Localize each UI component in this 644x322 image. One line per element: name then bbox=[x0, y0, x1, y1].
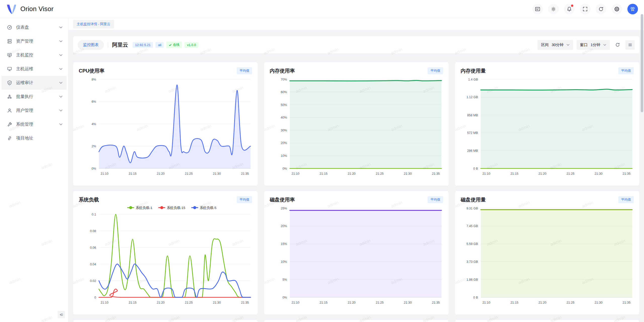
tab-monitor-charts[interactable]: 监控图表 bbox=[78, 40, 104, 50]
bell-icon bbox=[566, 6, 572, 12]
server-stack-icon bbox=[7, 39, 12, 44]
dashboard-gauge-icon bbox=[7, 25, 12, 30]
sidebar-item-label: 项目地址 bbox=[16, 135, 63, 141]
svg-text:9.31 GB: 9.31 GB bbox=[466, 207, 478, 210]
memory-usage-rate-chart[interactable]: 0%10%20%30%40%50%60%70%21:1021:1521:2021… bbox=[270, 75, 443, 177]
sidebar-item-label: 主机运维 bbox=[16, 66, 55, 72]
system-load-chart[interactable]: 00.020.040.060.080.121:1021:1521:2021:25… bbox=[79, 204, 252, 306]
chevron-down-icon bbox=[567, 44, 570, 46]
svg-text:21:35: 21:35 bbox=[241, 172, 249, 175]
svg-text:21:20: 21:20 bbox=[157, 172, 165, 175]
svg-text:21:10: 21:10 bbox=[101, 301, 108, 304]
sidebar-item-project-link[interactable]: 项目地址 bbox=[2, 131, 67, 145]
app-header: Orion Visor bbox=[0, 0, 644, 18]
svg-text:5%: 5% bbox=[283, 278, 287, 281]
fullscreen-button[interactable] bbox=[580, 4, 590, 14]
chart-title: 内存使用率 bbox=[270, 67, 295, 74]
host-status-badge: 在线 bbox=[166, 42, 182, 48]
gear-icon bbox=[614, 6, 620, 12]
svg-text:3.73 GB: 3.73 GB bbox=[466, 260, 478, 264]
system-load-card: 系统负载 平均值 00.020.040.060.080.121:1021:152… bbox=[73, 191, 258, 314]
monitor-icon bbox=[7, 66, 12, 72]
avatar[interactable]: 管 bbox=[627, 4, 638, 14]
svg-text:858 MB: 858 MB bbox=[467, 114, 478, 117]
card-stub bbox=[73, 320, 258, 322]
svg-text:1.12 GB: 1.12 GB bbox=[466, 95, 478, 99]
sidebar-item-host-monitor[interactable]: 主机监控 bbox=[2, 48, 67, 62]
memory-usage-rate-card: 内存使用率 平均值 0%10%20%30%40%50%60%70%21:1021… bbox=[264, 62, 449, 186]
svg-text:0.06: 0.06 bbox=[90, 246, 96, 249]
chart-title: CPU使用率 bbox=[79, 67, 104, 74]
avg-value-badge: 平均值 bbox=[237, 67, 252, 74]
theme-toggle-button[interactable] bbox=[548, 4, 559, 14]
svg-text:21:30: 21:30 bbox=[404, 172, 412, 175]
sidebar-item-ops-audit[interactable]: 运维审计 bbox=[2, 76, 67, 90]
charts-refresh-button[interactable] bbox=[613, 41, 622, 49]
svg-text:21:20: 21:20 bbox=[539, 172, 546, 175]
refresh-button[interactable] bbox=[596, 4, 606, 14]
svg-text:21:25: 21:25 bbox=[185, 301, 193, 304]
svg-text:5.59 GB: 5.59 GB bbox=[466, 242, 478, 246]
svg-text:系统负载-5: 系统负载-5 bbox=[200, 206, 216, 210]
breadcrumb: 主机监控详情 - 阿里云 bbox=[68, 18, 644, 30]
svg-text:20%: 20% bbox=[281, 224, 287, 228]
code-button[interactable] bbox=[532, 4, 543, 14]
svg-text:21:20: 21:20 bbox=[157, 301, 165, 304]
toolbar-left: 监控图表 阿里云 12.92.5.21 ali 在线 v1.0.0 bbox=[78, 40, 198, 50]
sidebar-item-label: 运维审计 bbox=[16, 80, 55, 86]
sidebar-item-assets[interactable]: 资产管理 bbox=[2, 34, 67, 48]
svg-text:0.02: 0.02 bbox=[90, 279, 96, 283]
disk-usage-rate-chart[interactable]: 0%5%10%15%20%25%21:1021:1521:2021:2521:3… bbox=[270, 204, 443, 306]
range-select-label: 区间 bbox=[541, 43, 549, 47]
chart-title: 磁盘使用量 bbox=[461, 196, 486, 203]
svg-text:4%: 4% bbox=[92, 122, 96, 126]
sidebar-item-dashboard[interactable]: 仪表盘 bbox=[2, 20, 67, 34]
chevron-down-icon bbox=[59, 123, 63, 125]
avg-value-badge: 平均值 bbox=[428, 67, 443, 74]
divider bbox=[108, 42, 108, 48]
svg-text:21:35: 21:35 bbox=[623, 301, 630, 304]
svg-text:10%: 10% bbox=[281, 260, 287, 264]
sidebar-item-user-mgmt[interactable]: 用户管理 bbox=[2, 103, 67, 117]
svg-text:21:10: 21:10 bbox=[482, 172, 490, 175]
menu-fold-icon bbox=[59, 312, 63, 317]
sidebar-collapse-button[interactable] bbox=[58, 311, 65, 318]
host-badges: 12.92.5.21 ali 在线 v1.0.0 bbox=[133, 42, 198, 48]
charts-grid: CPU使用率 平均值 0%2%4%6%8%21:1021:1521:2021:2… bbox=[73, 62, 639, 322]
shield-check-icon bbox=[7, 80, 12, 86]
sidebar-item-batch-exec[interactable]: 批量执行 bbox=[2, 90, 67, 103]
window-select[interactable]: 窗口 1分钟 bbox=[577, 40, 610, 50]
disk-usage-amount-card: 磁盘使用量 平均值 0 B1.86 GB3.73 GB5.59 GB7.45 G… bbox=[455, 191, 639, 314]
memory-usage-amount-card: 内存使用量 平均值 0 B286 MB572 MB858 MB1.12 GB1.… bbox=[455, 62, 639, 186]
content: 监控图表 阿里云 12.92.5.21 ali 在线 v1.0.0 bbox=[68, 30, 644, 322]
memory-usage-amount-chart[interactable]: 0 B286 MB572 MB858 MB1.12 GB1.4 GB21:102… bbox=[461, 75, 634, 177]
settings-button[interactable] bbox=[612, 4, 622, 14]
cpu-usage-chart[interactable]: 0%2%4%6%8%21:1021:1521:2021:2521:3021:35 bbox=[79, 75, 252, 177]
card-header: 内存使用量 平均值 bbox=[461, 67, 634, 74]
vertical-scrollbar[interactable] bbox=[641, 14, 643, 112]
svg-text:21:35: 21:35 bbox=[432, 172, 440, 175]
sidebar-item-system-mgmt[interactable]: 系统管理 bbox=[2, 117, 67, 131]
chart-settings-button[interactable] bbox=[625, 40, 635, 50]
svg-text:21:10: 21:10 bbox=[292, 172, 299, 175]
notifications-button[interactable] bbox=[564, 4, 575, 14]
svg-text:21:25: 21:25 bbox=[376, 172, 384, 175]
chart-title: 内存使用量 bbox=[461, 67, 486, 74]
chart-title: 磁盘使用率 bbox=[270, 196, 295, 203]
svg-text:6%: 6% bbox=[92, 100, 96, 103]
svg-text:286 MB: 286 MB bbox=[467, 149, 478, 153]
svg-text:0 B: 0 B bbox=[473, 296, 478, 299]
sidebar-item-label: 系统管理 bbox=[16, 121, 55, 127]
breadcrumb-tab[interactable]: 主机监控详情 - 阿里云 bbox=[73, 20, 114, 28]
sidebar-item-host-ops[interactable]: 主机运维 bbox=[2, 62, 67, 76]
svg-text:21:20: 21:20 bbox=[348, 301, 355, 304]
svg-text:21:15: 21:15 bbox=[129, 301, 136, 304]
svg-text:0.08: 0.08 bbox=[90, 229, 96, 233]
disk-usage-amount-chart[interactable]: 0 B1.86 GB3.73 GB5.59 GB7.45 GB9.31 GB21… bbox=[461, 204, 634, 306]
range-select[interactable]: 区间 30分钟 bbox=[538, 40, 573, 50]
svg-text:21:10: 21:10 bbox=[101, 172, 108, 175]
user-icon bbox=[7, 108, 12, 113]
chevron-down-icon bbox=[59, 68, 63, 70]
svg-text:0%: 0% bbox=[283, 296, 287, 299]
toolbar-right: 区间 30分钟 窗口 1分钟 bbox=[538, 40, 635, 50]
